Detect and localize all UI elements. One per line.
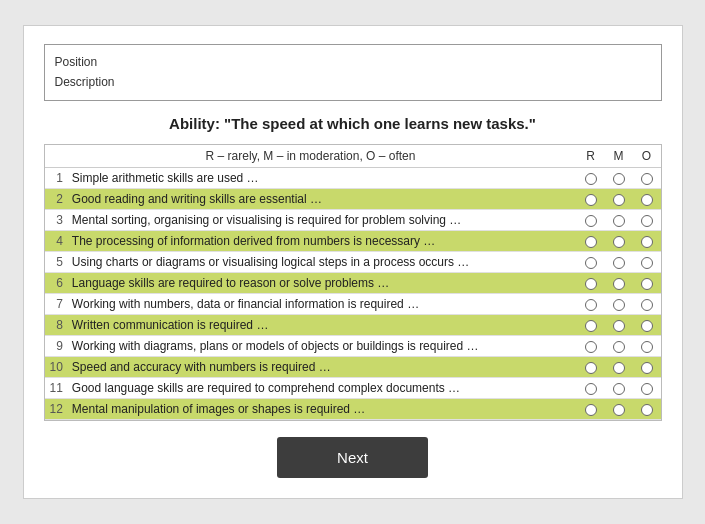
row-number: 9: [45, 335, 67, 356]
table-header-m: M: [605, 145, 633, 168]
radio-m-cell[interactable]: [605, 188, 633, 209]
radio-circle[interactable]: [641, 404, 653, 416]
table-row: 7Working with numbers, data or financial…: [45, 293, 661, 314]
row-text: Written communication is required …: [67, 314, 577, 335]
radio-r-cell[interactable]: [577, 377, 605, 398]
table-row: 8Written communication is required …: [45, 314, 661, 335]
row-number: 4: [45, 230, 67, 251]
radio-r-cell[interactable]: [577, 167, 605, 188]
radio-o-cell[interactable]: [633, 167, 661, 188]
radio-o-cell[interactable]: [633, 335, 661, 356]
radio-m-cell[interactable]: [605, 314, 633, 335]
radio-circle[interactable]: [585, 299, 597, 311]
radio-circle[interactable]: [641, 215, 653, 227]
radio-circle[interactable]: [641, 383, 653, 395]
radio-r-cell[interactable]: [577, 188, 605, 209]
radio-o-cell[interactable]: [633, 356, 661, 377]
radio-m-cell[interactable]: [605, 167, 633, 188]
radio-m-cell[interactable]: [605, 398, 633, 419]
radio-circle[interactable]: [613, 194, 625, 206]
radio-circle[interactable]: [585, 320, 597, 332]
radio-circle[interactable]: [641, 257, 653, 269]
radio-circle[interactable]: [613, 278, 625, 290]
radio-circle[interactable]: [613, 362, 625, 374]
radio-circle[interactable]: [641, 320, 653, 332]
radio-circle[interactable]: [585, 215, 597, 227]
radio-circle[interactable]: [585, 383, 597, 395]
radio-circle[interactable]: [641, 362, 653, 374]
radio-m-cell[interactable]: [605, 356, 633, 377]
radio-circle[interactable]: [613, 299, 625, 311]
radio-o-cell[interactable]: [633, 251, 661, 272]
table-row: 11Good language skills are required to c…: [45, 377, 661, 398]
position-description-box: Position Description: [44, 44, 662, 100]
next-button[interactable]: Next: [277, 437, 428, 478]
next-button-row: Next: [44, 437, 662, 478]
row-text: Mental manipulation of images or shapes …: [67, 398, 577, 419]
radio-o-cell[interactable]: [633, 293, 661, 314]
radio-circle[interactable]: [585, 194, 597, 206]
radio-m-cell[interactable]: [605, 251, 633, 272]
radio-o-cell[interactable]: [633, 377, 661, 398]
row-text: Working with diagrams, plans or models o…: [67, 335, 577, 356]
row-number: 5: [45, 251, 67, 272]
row-text: Language skills are required to reason o…: [67, 272, 577, 293]
table-row: 12Mental manipulation of images or shape…: [45, 398, 661, 419]
radio-circle[interactable]: [585, 257, 597, 269]
radio-circle[interactable]: [641, 173, 653, 185]
row-text: Simple arithmetic skills are used …: [67, 167, 577, 188]
row-number: 10: [45, 356, 67, 377]
radio-m-cell[interactable]: [605, 335, 633, 356]
row-text: Working with numbers, data or financial …: [67, 293, 577, 314]
radio-m-cell[interactable]: [605, 377, 633, 398]
row-number: 2: [45, 188, 67, 209]
radio-circle[interactable]: [585, 362, 597, 374]
radio-o-cell[interactable]: [633, 398, 661, 419]
radio-r-cell[interactable]: [577, 398, 605, 419]
radio-o-cell[interactable]: [633, 314, 661, 335]
radio-circle[interactable]: [613, 341, 625, 353]
radio-o-cell[interactable]: [633, 230, 661, 251]
radio-o-cell[interactable]: [633, 209, 661, 230]
table-row: 6Language skills are required to reason …: [45, 272, 661, 293]
radio-circle[interactable]: [613, 215, 625, 227]
radio-m-cell[interactable]: [605, 272, 633, 293]
radio-circle[interactable]: [641, 341, 653, 353]
radio-circle[interactable]: [613, 404, 625, 416]
radio-circle[interactable]: [613, 383, 625, 395]
radio-circle[interactable]: [641, 299, 653, 311]
radio-circle[interactable]: [585, 404, 597, 416]
radio-circle[interactable]: [641, 278, 653, 290]
radio-circle[interactable]: [613, 236, 625, 248]
radio-o-cell[interactable]: [633, 188, 661, 209]
radio-circle[interactable]: [613, 173, 625, 185]
radio-m-cell[interactable]: [605, 230, 633, 251]
radio-r-cell[interactable]: [577, 293, 605, 314]
row-text: Good language skills are required to com…: [67, 377, 577, 398]
radio-circle[interactable]: [585, 173, 597, 185]
radio-circle[interactable]: [585, 236, 597, 248]
radio-circle[interactable]: [585, 341, 597, 353]
radio-r-cell[interactable]: [577, 356, 605, 377]
row-number: 6: [45, 272, 67, 293]
table-header-label: R – rarely, M – in moderation, O – often: [45, 145, 577, 168]
radio-r-cell[interactable]: [577, 335, 605, 356]
radio-m-cell[interactable]: [605, 293, 633, 314]
radio-circle[interactable]: [613, 320, 625, 332]
radio-circle[interactable]: [613, 257, 625, 269]
radio-circle[interactable]: [585, 278, 597, 290]
row-number: 12: [45, 398, 67, 419]
radio-r-cell[interactable]: [577, 230, 605, 251]
radio-circle[interactable]: [641, 194, 653, 206]
radio-r-cell[interactable]: [577, 314, 605, 335]
radio-m-cell[interactable]: [605, 209, 633, 230]
row-text: Mental sorting, organising or visualisin…: [67, 209, 577, 230]
row-number: 11: [45, 377, 67, 398]
ability-table-wrapper: R – rarely, M – in moderation, O – often…: [44, 144, 662, 421]
radio-r-cell[interactable]: [577, 272, 605, 293]
ability-table: R – rarely, M – in moderation, O – often…: [45, 145, 661, 420]
radio-circle[interactable]: [641, 236, 653, 248]
radio-r-cell[interactable]: [577, 251, 605, 272]
radio-r-cell[interactable]: [577, 209, 605, 230]
radio-o-cell[interactable]: [633, 272, 661, 293]
